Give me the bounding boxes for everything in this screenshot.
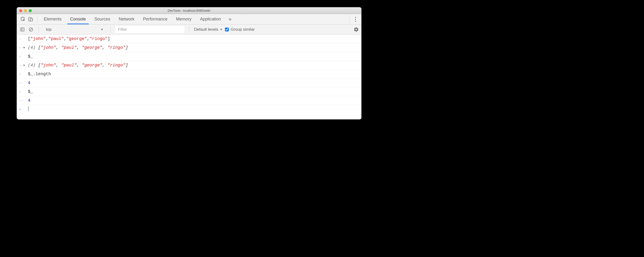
tab-label: Network (119, 17, 134, 22)
titlebar: DevTools - localhost:8080/web/ (17, 7, 361, 14)
svg-line-6 (30, 28, 32, 31)
close-window-button[interactable] (19, 9, 22, 12)
console-text: ["john","paul","george","ringo"] (28, 36, 359, 42)
separator (110, 27, 110, 33)
result-icon: ‹· (19, 80, 24, 86)
group-similar-checkbox[interactable]: Group similar (225, 27, 255, 32)
svg-rect-3 (21, 28, 24, 31)
window-controls (17, 9, 32, 12)
separator (37, 16, 37, 22)
execution-context-value: top (46, 27, 52, 32)
console-text: $_ (28, 54, 359, 59)
tab-application[interactable]: Application (196, 14, 225, 24)
tab-console[interactable]: Console (66, 14, 90, 24)
tab-network[interactable]: Network (114, 14, 139, 24)
more-tabs-icon[interactable]: » (225, 16, 235, 22)
chevron-down-icon: ▼ (220, 28, 222, 31)
tab-sources[interactable]: Sources (90, 14, 114, 24)
toggle-console-sidebar-icon[interactable] (19, 27, 26, 33)
log-levels-select[interactable]: Default levels ▼ (194, 27, 222, 32)
console-row-input-past[interactable]: ›["john","paul","george","ringo"] (17, 35, 361, 43)
tabs: ElementsConsoleSourcesNetworkPerformance… (40, 14, 225, 24)
clear-console-icon[interactable] (28, 27, 34, 33)
inspect-element-icon[interactable] (19, 16, 27, 23)
console-text: 4 (28, 80, 359, 86)
expand-object-icon[interactable]: ▶ (24, 45, 28, 51)
text-caret (28, 106, 28, 111)
prompt-past-icon: › (19, 89, 24, 95)
console-text: (4) ["john", "paul", "george", "ringo"] (28, 45, 359, 51)
svg-rect-2 (30, 18, 32, 21)
separator (189, 27, 189, 33)
tab-performance[interactable]: Performance (139, 14, 172, 24)
console-text: $_ (28, 89, 359, 95)
tab-label: Application (200, 17, 221, 22)
result-icon: ‹· (19, 45, 24, 51)
devtools-tabbar: ElementsConsoleSourcesNetworkPerformance… (17, 14, 361, 25)
console-text: $_.length (28, 71, 359, 77)
result-icon: ‹· (19, 62, 24, 68)
log-levels-label: Default levels (194, 27, 218, 32)
group-similar-input[interactable] (225, 28, 229, 32)
tab-label: Console (70, 17, 86, 22)
devtools-menu-icon[interactable] (352, 16, 359, 23)
minimize-window-button[interactable] (24, 9, 27, 12)
zoom-window-button[interactable] (29, 9, 32, 12)
tab-label: Sources (94, 17, 110, 22)
console-row-input-past[interactable]: ›$_ (17, 52, 361, 61)
prompt-past-icon: › (19, 54, 24, 59)
console-text (28, 106, 359, 112)
tab-memory[interactable]: Memory (172, 14, 196, 24)
prompt-past-icon: › (19, 71, 24, 77)
expand-object-icon[interactable]: ▶ (24, 62, 28, 68)
separator (39, 27, 39, 33)
tab-label: Performance (143, 17, 168, 22)
tab-elements[interactable]: Elements (40, 14, 66, 24)
tab-label: Elements (44, 17, 62, 22)
console-settings-icon[interactable] (354, 27, 359, 32)
console-row-result: ‹·▶(4) ["john", "paul", "george", "ringo… (17, 61, 361, 70)
console-row-result: ‹·4 (17, 79, 361, 87)
console-filter-input[interactable] (115, 26, 184, 33)
prompt-icon: › (19, 106, 24, 112)
console-row-result: ‹·4 (17, 96, 361, 105)
console-text: (4) ["john", "paul", "george", "ringo"] (28, 62, 359, 68)
console-row-result: ‹·▶(4) ["john", "paul", "george", "ringo… (17, 43, 361, 52)
execution-context-select[interactable]: top ▼ (44, 26, 106, 33)
prompt-past-icon: › (19, 36, 24, 42)
console-toolbar: top ▼ Default levels ▼ Group similar (17, 25, 361, 35)
result-icon: ‹· (19, 98, 24, 103)
chevron-down-icon: ▼ (100, 28, 104, 31)
device-toolbar-icon[interactable] (27, 16, 34, 23)
console-output: ›["john","paul","george","ringo"]‹·▶(4) … (17, 35, 361, 119)
console-row-input-past[interactable]: ›$_ (17, 87, 361, 96)
window-title: DevTools - localhost:8080/web/ (17, 9, 361, 12)
group-similar-label: Group similar (231, 27, 255, 32)
separator (350, 16, 350, 22)
devtools-window: DevTools - localhost:8080/web/ ElementsC… (17, 7, 362, 119)
console-text: 4 (28, 98, 359, 103)
console-row-input-current[interactable]: › (17, 105, 361, 119)
console-row-input-past[interactable]: ›$_.length (17, 70, 361, 79)
tab-label: Memory (176, 17, 192, 22)
